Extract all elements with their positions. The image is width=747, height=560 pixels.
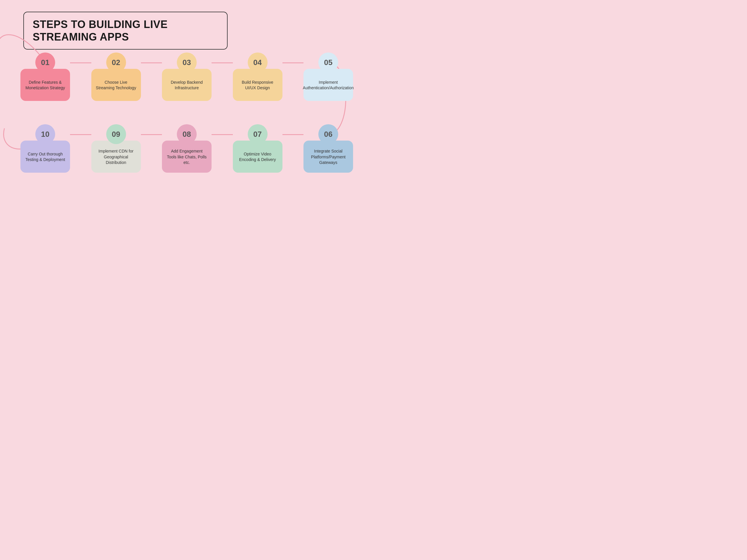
row-1: 01Define Features & Monetization Strateg… bbox=[18, 53, 356, 101]
h-connector-2 bbox=[211, 62, 233, 63]
step-card-09: Implement CDN for Geographical Distribut… bbox=[91, 140, 141, 173]
step-number-02: 02 bbox=[106, 53, 126, 72]
step-card-08: Add Engagement Tools like Chats, Polls e… bbox=[162, 140, 211, 173]
step-04: 04Build Responsive UI/UX Design bbox=[233, 53, 282, 101]
step-number-01: 01 bbox=[35, 53, 55, 72]
row-2: 10Carry Out thorough Testing & Deploymen… bbox=[18, 124, 356, 173]
step-number-10: 10 bbox=[35, 124, 55, 144]
step-number-03: 03 bbox=[177, 53, 197, 72]
step-card-05: Implement Authentication/Authorization bbox=[304, 69, 353, 101]
step-08: 08Add Engagement Tools like Chats, Polls… bbox=[162, 124, 211, 173]
step-06: 06Integrate Social Platforms/Payment Gat… bbox=[304, 124, 353, 173]
step-card-02: Choose Live Streaming Technology bbox=[91, 69, 141, 101]
rows-outer: 01Define Features & Monetization Strateg… bbox=[18, 53, 356, 173]
step-number-09: 09 bbox=[106, 124, 126, 144]
h-connector-0 bbox=[70, 62, 91, 63]
step-number-04: 04 bbox=[248, 53, 267, 72]
step-number-05: 05 bbox=[318, 53, 338, 72]
h-connector-3 bbox=[282, 62, 304, 63]
h-connector-3 bbox=[282, 134, 304, 135]
step-03: 03Develop Backend Infrastructure bbox=[162, 53, 211, 101]
step-card-04: Build Responsive UI/UX Design bbox=[233, 69, 282, 101]
page-container: STEPS TO BUILDING LIVE STREAMING APPS 01… bbox=[0, 0, 374, 280]
step-number-07: 07 bbox=[248, 124, 267, 144]
step-card-01: Define Features & Monetization Strategy bbox=[20, 69, 70, 101]
step-card-07: Optimize Video Encoding & Delivery bbox=[233, 140, 282, 173]
step-10: 10Carry Out thorough Testing & Deploymen… bbox=[20, 124, 70, 173]
step-number-06: 06 bbox=[318, 124, 338, 144]
step-card-03: Develop Backend Infrastructure bbox=[162, 69, 211, 101]
h-connector-1 bbox=[141, 62, 162, 63]
step-02: 02Choose Live Streaming Technology bbox=[91, 53, 141, 101]
step-number-08: 08 bbox=[177, 124, 197, 144]
step-card-10: Carry Out thorough Testing & Deployment bbox=[20, 140, 70, 173]
step-09: 09Implement CDN for Geographical Distrib… bbox=[91, 124, 141, 173]
step-07: 07Optimize Video Encoding & Delivery bbox=[233, 124, 282, 173]
step-card-06: Integrate Social Platforms/Payment Gatew… bbox=[304, 140, 353, 173]
title-box: STEPS TO BUILDING LIVE STREAMING APPS bbox=[23, 12, 228, 50]
h-connector-2 bbox=[211, 134, 233, 135]
h-connector-1 bbox=[141, 134, 162, 135]
step-01: 01Define Features & Monetization Strateg… bbox=[20, 53, 70, 101]
step-05: 05Implement Authentication/Authorization bbox=[304, 53, 353, 101]
h-connector-0 bbox=[70, 134, 91, 135]
page-title: STEPS TO BUILDING LIVE STREAMING APPS bbox=[33, 18, 218, 43]
